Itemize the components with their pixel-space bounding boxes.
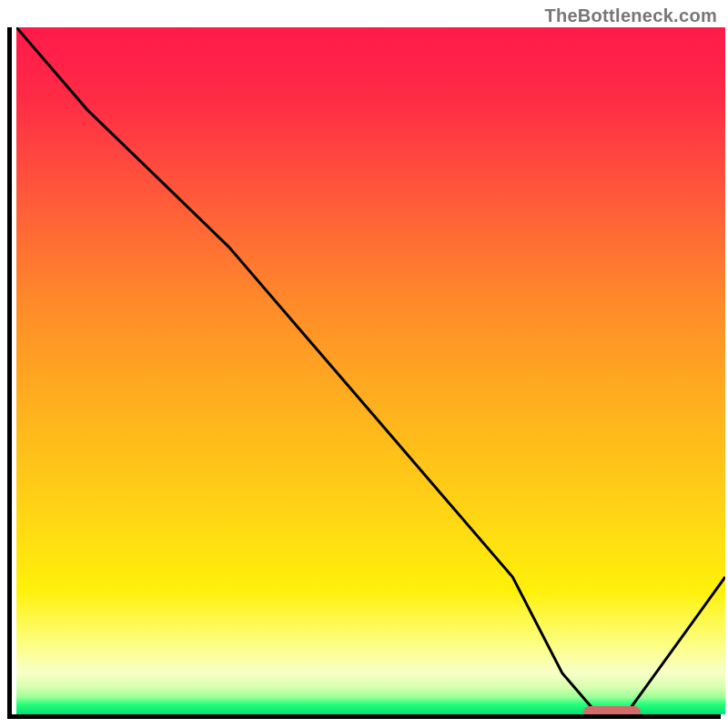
optimal-range-marker bbox=[583, 706, 640, 714]
chart-frame bbox=[7, 27, 721, 719]
chart-plot-area bbox=[16, 27, 725, 714]
watermark-text: TheBottleneck.com bbox=[544, 5, 717, 26]
chart-gradient-background bbox=[16, 27, 725, 714]
